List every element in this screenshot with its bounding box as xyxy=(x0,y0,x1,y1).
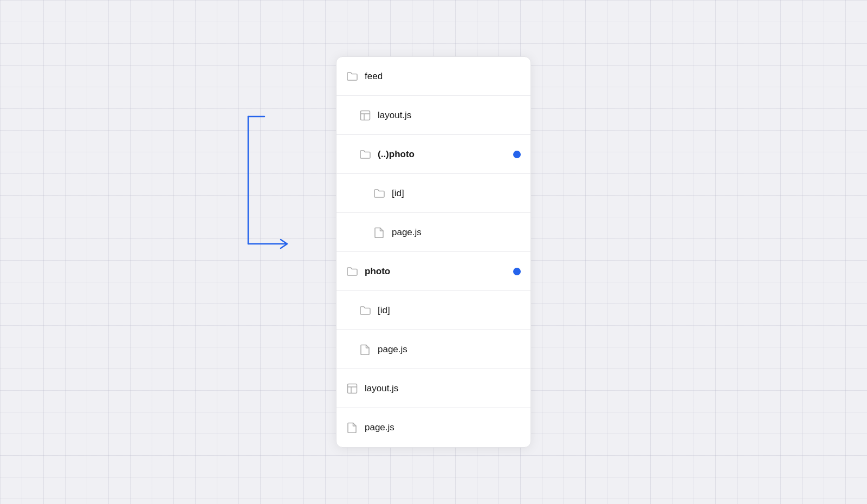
row-label-dotdot-photo-id-page: page.js xyxy=(392,227,521,238)
layout-icon xyxy=(359,109,371,121)
svg-rect-3 xyxy=(348,384,357,393)
file-tree: feed layout.js (..)photo [id] page.js ph… xyxy=(336,56,531,448)
tree-row-photo-id[interactable]: [id] xyxy=(337,291,530,330)
tree-row-page[interactable]: page.js xyxy=(337,408,530,447)
row-label-feed: feed xyxy=(365,71,521,82)
canvas: feed layout.js (..)photo [id] page.js ph… xyxy=(0,0,867,504)
tree-row-photo-id-page[interactable]: page.js xyxy=(337,330,530,369)
row-label-photo: photo xyxy=(365,266,513,277)
file-icon xyxy=(373,227,385,238)
folder-icon xyxy=(359,148,371,160)
tree-row-feed[interactable]: feed xyxy=(337,57,530,96)
file-icon xyxy=(346,422,358,434)
row-label-layout: layout.js xyxy=(365,383,521,394)
folder-icon xyxy=(359,305,371,316)
folder-icon xyxy=(346,70,358,82)
svg-rect-0 xyxy=(361,111,370,120)
file-icon xyxy=(359,344,371,356)
tree-row-feed-layout[interactable]: layout.js xyxy=(337,96,530,135)
row-label-photo-id: [id] xyxy=(378,305,521,316)
blue-dot-photo xyxy=(513,268,521,275)
row-label-dotdot-photo-id: [id] xyxy=(392,188,521,199)
blue-dot-dotdot-photo xyxy=(513,151,521,158)
folder-icon xyxy=(346,266,358,277)
tree-row-layout[interactable]: layout.js xyxy=(337,369,530,408)
folder-icon xyxy=(373,188,385,199)
row-label-feed-layout: layout.js xyxy=(378,110,521,121)
bracket-arrow xyxy=(227,111,305,260)
tree-row-dotdot-photo[interactable]: (..)photo xyxy=(337,135,530,174)
layout-icon xyxy=(346,383,358,395)
tree-row-dotdot-photo-id-page[interactable]: page.js xyxy=(337,213,530,252)
row-label-page: page.js xyxy=(365,422,521,433)
row-label-photo-id-page: page.js xyxy=(378,344,521,355)
tree-row-photo[interactable]: photo xyxy=(337,252,530,291)
tree-row-dotdot-photo-id[interactable]: [id] xyxy=(337,174,530,213)
row-label-dotdot-photo: (..)photo xyxy=(378,149,513,160)
